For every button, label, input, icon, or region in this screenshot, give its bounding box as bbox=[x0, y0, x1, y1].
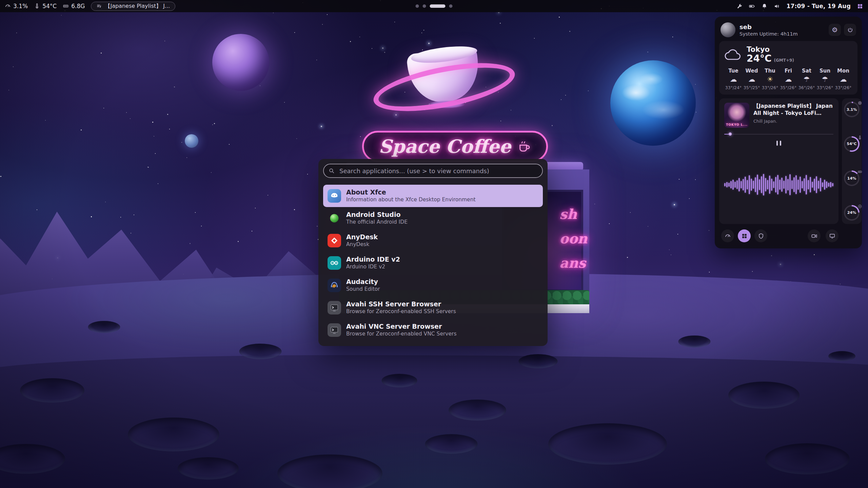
waveform-bar bbox=[783, 181, 785, 189]
waveform-bar bbox=[812, 182, 813, 188]
waveform-bar bbox=[745, 177, 746, 193]
waveform-bar bbox=[816, 176, 817, 193]
workspace-dot-2[interactable] bbox=[423, 4, 426, 8]
album-art[interactable]: TOKYO L... bbox=[724, 103, 749, 128]
waveform-bar bbox=[732, 180, 734, 190]
result-desc: Information about the Xfce Desktop Envir… bbox=[346, 197, 476, 203]
waveform-bar bbox=[828, 183, 829, 187]
launcher-result-3[interactable]: Arduino IDE v2Arduino IDE v2 bbox=[323, 252, 543, 274]
cloud-icon bbox=[724, 48, 742, 61]
workspace-dot-3[interactable] bbox=[430, 4, 446, 8]
cpu-stat[interactable]: 3.1% bbox=[5, 3, 28, 9]
launcher-result-0[interactable]: About XfceInformation about the Xfce Des… bbox=[323, 185, 543, 207]
launcher-search-input[interactable] bbox=[323, 164, 543, 178]
dashboard-quick-button[interactable] bbox=[721, 229, 734, 242]
neon-sign-text: Space Coffee bbox=[379, 136, 511, 157]
topbar-left: 3.1% 54°C 6.8G 【Japanese Playlist】 J... bbox=[5, 2, 175, 11]
shield-quick-button[interactable] bbox=[754, 229, 767, 242]
profile-row: seb System Uptime: 4h11m ⚙ bbox=[719, 21, 857, 37]
waveform-bar bbox=[781, 178, 783, 192]
waveform-bar bbox=[779, 180, 781, 190]
weather-timezone: (GMT+9) bbox=[774, 58, 794, 63]
media-progress[interactable] bbox=[724, 133, 833, 136]
launcher-result-5[interactable]: Avahi SSH Server BrowserBrowse for Zeroc… bbox=[323, 297, 543, 319]
launcher-result-6[interactable]: Avahi VNC Server BrowserBrowse for Zeroc… bbox=[323, 319, 543, 341]
moon-terrain-near bbox=[0, 355, 868, 488]
result-title: AnyDesk bbox=[346, 233, 378, 241]
progress-handle[interactable] bbox=[729, 133, 732, 136]
weather-card: Tokyo 24°C (GMT+9) Tue☁33°/24°Wed☁35°/25… bbox=[719, 41, 857, 95]
result-desc: Arduino IDE v2 bbox=[346, 264, 400, 270]
media-top: TOKYO L... 【Japanese Playlist】 Japan All… bbox=[724, 103, 833, 128]
apps-quick-button[interactable] bbox=[738, 229, 751, 242]
waveform-bar bbox=[749, 175, 750, 194]
ram-stat[interactable]: 6.8G bbox=[63, 3, 85, 9]
clock[interactable]: 17:09 - Tue, 19 Aug bbox=[786, 3, 851, 9]
waveform-bar bbox=[775, 177, 776, 192]
pause-icon bbox=[776, 141, 778, 146]
search-icon bbox=[328, 167, 335, 174]
waveform-bar bbox=[765, 178, 766, 191]
temp-stat[interactable]: 54°C bbox=[34, 3, 57, 9]
launcher-result-2[interactable]: AnyDeskAnyDesk bbox=[323, 229, 543, 252]
power-button[interactable] bbox=[844, 24, 856, 36]
record-icon bbox=[811, 233, 817, 239]
waveform-bar bbox=[767, 180, 768, 189]
launcher-result-1[interactable]: Android StudioThe official Android IDE bbox=[323, 207, 543, 229]
topbar-right: 17:09 - Tue, 19 Aug bbox=[736, 3, 863, 9]
now-playing-pill[interactable]: 【Japanese Playlist】 J... bbox=[91, 2, 175, 11]
battery-button[interactable] bbox=[749, 3, 755, 9]
result-desc: The official Android IDE bbox=[346, 219, 408, 225]
waveform-bar bbox=[814, 179, 815, 191]
waveform-bar bbox=[755, 177, 756, 192]
app-grid-button[interactable] bbox=[857, 3, 863, 9]
workspace-dot-1[interactable] bbox=[416, 4, 419, 8]
result-desc: Sound Editor bbox=[346, 286, 380, 292]
volume-button[interactable] bbox=[774, 3, 780, 9]
notifications-button[interactable] bbox=[761, 3, 768, 9]
forecast-day-mon: Mon☁33°/26° bbox=[834, 68, 852, 90]
forecast-day-sat: Sat☂36°/26° bbox=[797, 68, 816, 90]
forecast-day-thu: Thu☀33°/26° bbox=[761, 68, 779, 90]
media-waveform bbox=[724, 149, 833, 220]
waveform-bar bbox=[826, 181, 827, 188]
gauge-value: 24% bbox=[845, 206, 858, 219]
weather-city: Tokyo bbox=[747, 45, 794, 54]
display-icon bbox=[829, 233, 835, 239]
pause-button[interactable] bbox=[773, 139, 785, 147]
window-neon-sign: shoonans bbox=[559, 202, 593, 275]
xfce-app-icon bbox=[328, 189, 341, 203]
result-desc: Browse for Zeroconf-enabled VNC Servers bbox=[346, 331, 456, 337]
tools-button[interactable] bbox=[736, 3, 743, 9]
workspace-dot-4[interactable] bbox=[449, 4, 453, 8]
result-desc: Browse for Zeroconf-enabled SSH Servers bbox=[346, 308, 456, 315]
arduino-app-icon bbox=[328, 256, 341, 270]
result-text: AnyDeskAnyDesk bbox=[346, 233, 378, 248]
gauge-value: 3.1% bbox=[845, 103, 858, 116]
coffee-cup-icon bbox=[517, 139, 531, 154]
temp-icon bbox=[857, 135, 862, 141]
anydesk-app-icon bbox=[328, 234, 341, 247]
crater bbox=[765, 443, 850, 474]
crater bbox=[381, 374, 417, 387]
shield-icon bbox=[758, 233, 764, 239]
temp-stat-value: 54°C bbox=[42, 3, 57, 9]
cpu-stat-value: 3.1% bbox=[13, 3, 28, 9]
settings-button[interactable]: ⚙ bbox=[829, 24, 841, 36]
waveform-bar bbox=[806, 175, 807, 195]
gauge-ram: 14% bbox=[844, 170, 860, 186]
top-bar: 3.1% 54°C 6.8G 【Japanese Playlist】 J... bbox=[0, 0, 868, 12]
launcher-result-4[interactable]: AudacitySound Editor bbox=[323, 274, 543, 297]
record-quick-button[interactable] bbox=[808, 229, 821, 242]
waveform-bar bbox=[734, 182, 736, 188]
progress-track bbox=[724, 134, 833, 135]
waveform-bar bbox=[724, 183, 726, 186]
waveform-bar bbox=[787, 179, 789, 190]
display-quick-button[interactable] bbox=[826, 229, 839, 242]
cpu-gauge-icon bbox=[5, 3, 11, 9]
result-text: AudacitySound Editor bbox=[346, 278, 380, 292]
ram-icon bbox=[857, 169, 862, 176]
gear-icon: ⚙ bbox=[832, 26, 838, 33]
avatar[interactable] bbox=[721, 22, 735, 37]
waveform-bar bbox=[730, 181, 732, 188]
